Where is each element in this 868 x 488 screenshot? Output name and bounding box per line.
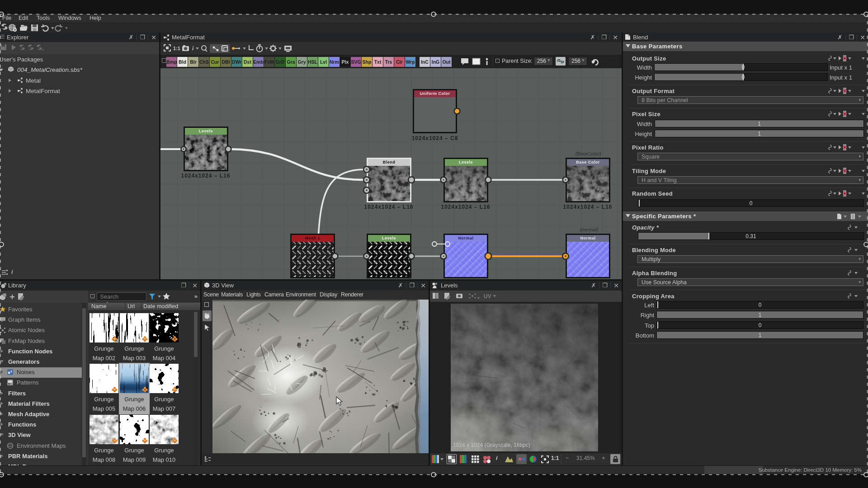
svg-text:i: i [192, 45, 194, 52]
svg-text:1:1: 1:1 [173, 46, 180, 51]
svg-text:UV: UV [484, 293, 491, 300]
